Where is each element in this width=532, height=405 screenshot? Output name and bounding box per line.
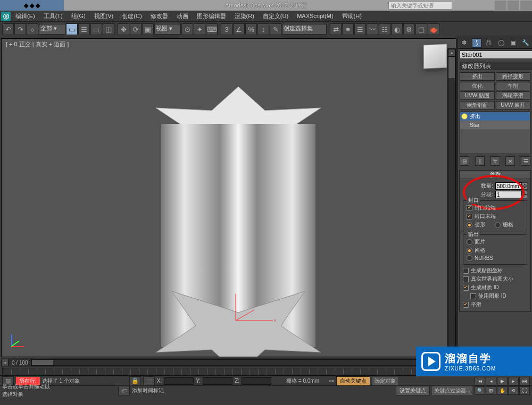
tab-create-icon[interactable]: ✽ xyxy=(460,38,469,48)
tab-utilities-icon[interactable]: 🔧 xyxy=(521,38,530,48)
gen-matid-checkbox[interactable] xyxy=(463,285,469,291)
stack-item-extrude[interactable]: 挤出 xyxy=(460,112,530,121)
maximize-button[interactable] xyxy=(508,1,519,10)
zoom-button[interactable]: 🔍 xyxy=(475,386,485,395)
edit-named-sel-button[interactable]: ✎ xyxy=(270,23,281,35)
modifier-list-dropdown[interactable]: ▾ xyxy=(460,62,530,70)
tab-modify-icon[interactable]: ⟆ xyxy=(472,38,481,48)
curve-editor-button[interactable]: 〰 xyxy=(367,23,378,35)
vscroll-thumb[interactable] xyxy=(448,57,455,78)
window-crossing-button[interactable]: ◫ xyxy=(103,23,114,35)
time-slider-track[interactable] xyxy=(31,359,449,366)
use-shapeid-checkbox[interactable] xyxy=(470,293,476,299)
remove-mod-button[interactable]: ✕ xyxy=(505,156,515,166)
add-time-tag[interactable]: 添加时间标记 xyxy=(132,387,164,394)
nurbs-radio[interactable] xyxy=(467,255,472,261)
auto-key-button[interactable]: 自动关键点 xyxy=(336,376,370,386)
spin-down-icon[interactable]: ▾ xyxy=(522,195,527,198)
spinner-snap-button[interactable]: ↕ xyxy=(257,23,269,35)
render-button[interactable]: 🫖 xyxy=(428,23,439,35)
menu-tools[interactable]: 工具(T) xyxy=(40,11,66,21)
mod-btn-turbosmooth[interactable]: 涡轮平滑 xyxy=(496,91,531,100)
goto-start-button[interactable]: ⏮ xyxy=(475,377,485,385)
amount-input[interactable] xyxy=(495,182,522,190)
key-filters-button[interactable]: 关键点过滤器... xyxy=(432,386,472,395)
schematic-button[interactable]: ☷ xyxy=(379,23,390,35)
spin-down-icon[interactable]: ▾ xyxy=(522,186,527,190)
y-input[interactable] xyxy=(203,377,232,385)
time-tag-icon[interactable]: 🏷 xyxy=(118,386,130,395)
link-button[interactable]: ⟐ xyxy=(27,23,38,35)
mod-btn-uvwunwrap[interactable]: UVW 展开 xyxy=(496,101,531,109)
play-button[interactable]: ▶ xyxy=(497,377,508,385)
mod-btn-uvwmap[interactable]: UVW 贴图 xyxy=(460,91,495,100)
orbit-button[interactable]: ⟲ xyxy=(508,386,519,395)
rect-select-button[interactable]: ▭ xyxy=(90,23,102,35)
segments-input[interactable] xyxy=(495,191,522,198)
make-unique-button[interactable]: ⩔ xyxy=(491,156,500,166)
time-slider-thumb[interactable] xyxy=(32,360,53,365)
modifier-stack[interactable]: 挤出 Star xyxy=(460,112,530,154)
real-world-checkbox[interactable] xyxy=(463,276,469,282)
grid-radio[interactable] xyxy=(495,222,501,228)
tab-display-icon[interactable]: ▣ xyxy=(509,38,518,48)
configure-sets-button[interactable]: ☰ xyxy=(521,156,530,166)
morph-radio[interactable] xyxy=(467,222,472,228)
cap-start-checkbox[interactable] xyxy=(467,205,472,211)
prev-frame-button[interactable]: ◂ xyxy=(486,377,496,385)
menu-edit[interactable]: 编辑(E) xyxy=(12,11,39,21)
menu-views[interactable]: 视图(V) xyxy=(90,11,118,21)
tab-motion-icon[interactable]: ◯ xyxy=(496,38,506,48)
lightbulb-icon[interactable] xyxy=(461,113,468,120)
move-button[interactable]: ✥ xyxy=(118,23,129,35)
isolate-button[interactable]: ⬚ xyxy=(143,376,155,386)
z-input[interactable] xyxy=(242,377,271,385)
menu-create[interactable]: 创建(C) xyxy=(118,11,145,21)
menu-modifiers[interactable]: 修改器 xyxy=(147,11,172,21)
layer-manager-button[interactable]: ☰ xyxy=(354,23,366,35)
align-button[interactable]: ≡ xyxy=(342,23,354,35)
manipulate-button[interactable]: ✦ xyxy=(194,23,205,35)
scroll-left-icon[interactable]: ◂ xyxy=(1,359,9,366)
mesh-radio[interactable] xyxy=(467,248,472,254)
mirror-button[interactable]: ⇄ xyxy=(330,23,342,35)
stack-item-star[interactable]: Star xyxy=(460,121,530,129)
viewport-label[interactable]: [ + 0 正交 | 真实 + 边面 ] xyxy=(6,40,69,48)
maximize-viewport-button[interactable]: ⛶ xyxy=(519,386,530,395)
menu-maxscript[interactable]: MAXScript(M) xyxy=(293,12,337,20)
selected-obj-label[interactable]: 选定对象 xyxy=(372,377,398,385)
tab-hierarchy-icon[interactable]: 品 xyxy=(484,38,494,48)
mod-btn-pathdeform[interactable]: 路径变形 xyxy=(496,72,531,81)
viewport[interactable]: [ + 0 正交 | 真实 + 边面 ] x ▴ ▾ xyxy=(1,38,456,357)
mod-btn-extrude[interactable]: 挤出 xyxy=(460,72,495,81)
max-logo-icon[interactable]: Ⓢ xyxy=(1,12,11,21)
keyboard-shortcut-button[interactable]: ⌨ xyxy=(206,23,218,35)
close-button[interactable] xyxy=(520,1,532,10)
smooth-checkbox[interactable] xyxy=(463,302,469,308)
mod-btn-bevelprofile[interactable]: 倒角剖面 xyxy=(460,101,495,109)
x-input[interactable] xyxy=(164,377,194,385)
menu-rendering[interactable]: 渲染(R) xyxy=(231,11,258,21)
key-mode-icon[interactable]: ⊶ xyxy=(329,378,334,384)
menu-group[interactable]: 组(G) xyxy=(68,11,89,21)
spin-up-icon[interactable]: ▴ xyxy=(522,191,527,195)
view-cube[interactable] xyxy=(423,44,447,69)
menu-help[interactable]: 帮助(H) xyxy=(338,11,365,21)
track-ruler[interactable] xyxy=(2,368,455,375)
redo-button[interactable]: ↷ xyxy=(14,23,26,35)
use-center-button[interactable]: ⊙ xyxy=(181,23,193,35)
vscroll-track[interactable] xyxy=(448,56,455,349)
next-frame-button[interactable]: ▸ xyxy=(508,377,519,385)
gen-mapping-checkbox[interactable] xyxy=(463,268,469,274)
cap-end-checkbox[interactable] xyxy=(467,214,472,220)
minimize-button[interactable] xyxy=(495,1,506,10)
named-sel-sets[interactable]: 创建选择集 xyxy=(282,24,327,35)
scroll-up-icon[interactable]: ▴ xyxy=(448,49,455,56)
mod-btn-lathe[interactable]: 车削 xyxy=(496,82,531,90)
select-button[interactable]: ▭ xyxy=(66,23,78,35)
rotate-button[interactable]: ⟳ xyxy=(130,23,142,35)
select-name-button[interactable]: ☰ xyxy=(78,23,90,35)
set-key-button[interactable]: 设置关键点 xyxy=(396,386,430,395)
spin-up-icon[interactable]: ▴ xyxy=(522,182,527,186)
menu-animation[interactable]: 动画 xyxy=(173,11,192,21)
